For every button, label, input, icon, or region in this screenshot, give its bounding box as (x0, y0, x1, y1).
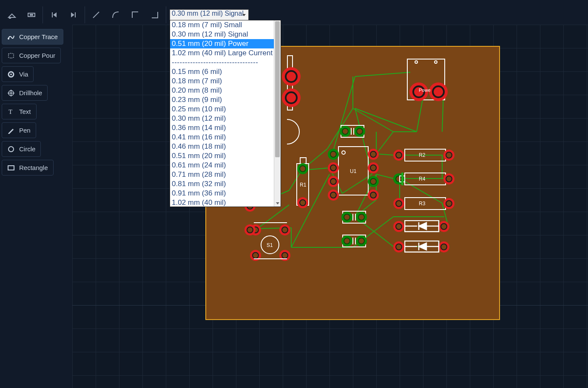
tool-circle[interactable]: Circle (2, 141, 41, 157)
tool-via[interactable]: Via (2, 66, 34, 82)
toolbar-route-modes (85, 6, 166, 23)
tool-label: Pen (19, 127, 31, 134)
label-r4: R4 (419, 176, 425, 182)
tool-rect[interactable]: Rectangle (2, 160, 54, 176)
label-r2: R2 (419, 152, 425, 158)
dropdown-item[interactable]: 0.81 mm (32 mil) (170, 179, 281, 189)
via-icon (7, 71, 15, 78)
svg-rect-10 (8, 166, 14, 170)
tool-label: Drillhole (19, 89, 42, 96)
dropdown-item[interactable]: 0.20 mm (8 mil) (170, 86, 281, 95)
label-u1: U1 (350, 168, 356, 174)
top-toolbar: 0.30 mm (12 mil) Signal 0.18 mm (7 mil) … (1, 6, 249, 23)
route-mode-arc-icon[interactable] (106, 6, 125, 23)
dropdown-item[interactable]: 0.61 mm (24 mil) (170, 161, 281, 170)
dropdown-item[interactable]: 0.36 mm (14 mil) (170, 123, 281, 133)
pcb-canvas[interactable]: Powe U1 R1 R2 R4 (72, 25, 588, 388)
dropdown-item[interactable]: 0.51 mm (20 mil) Power (170, 39, 281, 48)
pour-icon (7, 52, 15, 59)
dropdown-item[interactable]: 0.41 mm (16 mil) (170, 133, 281, 142)
drill-icon (7, 89, 15, 97)
toolbar-step-forward-icon[interactable] (64, 6, 83, 23)
toolbar-step-back-icon[interactable] (44, 6, 64, 23)
tool-label: Text (19, 108, 31, 115)
tool-sidebar: Copper TraceCopper PourViaDrillholeTText… (2, 29, 63, 176)
text-icon: T (7, 108, 15, 116)
dropdown-scroll-thumb[interactable] (275, 21, 280, 157)
dropdown-item[interactable]: 0.23 mm (9 mil) (170, 95, 281, 105)
tool-label: Rectangle (19, 164, 48, 171)
trace-width-select[interactable]: 0.30 mm (12 mil) Signal (170, 9, 249, 20)
pen-icon (7, 127, 15, 134)
trace-width-selected-value: 0.30 mm (12 mil) Signal (172, 10, 244, 17)
tool-label: Copper Trace (19, 33, 58, 40)
svg-point-4 (10, 74, 12, 75)
label-r3: R3 (419, 201, 425, 207)
label-r1: R1 (300, 182, 306, 188)
dropdown-item[interactable]: 0.91 mm (36 mil) (170, 189, 281, 198)
toolbar-focus-icon[interactable] (22, 6, 41, 23)
label-power: Powe (419, 88, 431, 93)
dropdown-item[interactable]: 1.02 mm (40 mil) Large Current (170, 48, 281, 58)
rect-icon (7, 164, 15, 172)
dropdown-item[interactable]: 0.30 mm (12 mil) Signal (170, 30, 281, 39)
label-s1: S1 (267, 242, 273, 248)
svg-point-9 (9, 147, 14, 152)
route-mode-ortho2-icon[interactable] (145, 6, 165, 23)
tool-drill[interactable]: Drillhole (2, 85, 48, 101)
circle-icon (7, 145, 15, 153)
trace-width-dropdown: 0.18 mm (7 mil) Small0.30 mm (12 mil) Si… (170, 20, 281, 207)
tool-label: Circle (19, 145, 35, 153)
dropdown-item[interactable]: 0.25 mm (10 mil) (170, 105, 281, 114)
svg-point-2 (8, 38, 9, 40)
dropdown-item[interactable]: 0.51 mm (20 mil) (170, 151, 281, 161)
dropdown-item[interactable]: 0.30 mm (12 mil) (170, 114, 281, 123)
route-mode-ortho1-icon[interactable] (125, 6, 145, 23)
tool-trace[interactable]: Copper Trace (2, 29, 63, 45)
dropdown-item[interactable]: 0.18 mm (7 mil) Small (170, 20, 281, 30)
svg-text:T: T (9, 108, 12, 115)
tool-label: Copper Pour (19, 52, 55, 59)
tool-label: Via (19, 71, 28, 78)
dropdown-item[interactable]: 1.02 mm (40 mil) (170, 198, 281, 207)
tool-text[interactable]: TText (2, 104, 37, 119)
svg-rect-1 (30, 14, 33, 16)
tool-pen[interactable]: Pen (2, 122, 36, 138)
dropdown-scroll-down-icon[interactable] (274, 200, 281, 207)
route-mode-diag-icon[interactable] (86, 6, 106, 23)
toolbar-snap-icon[interactable] (2, 6, 22, 23)
dropdown-item[interactable]: 0.18 mm (7 mil) (170, 76, 281, 86)
tool-pour[interactable]: Copper Pour (2, 48, 61, 63)
dropdown-item[interactable]: 0.71 mm (28 mil) (170, 170, 281, 179)
trace-icon (7, 33, 15, 41)
dropdown-scrollbar[interactable] (274, 20, 281, 207)
dropdown-separator: --------------------------------- (170, 58, 281, 67)
dropdown-item[interactable]: 0.46 mm (18 mil) (170, 142, 281, 151)
dropdown-item[interactable]: 0.15 mm (6 mil) (170, 67, 281, 76)
